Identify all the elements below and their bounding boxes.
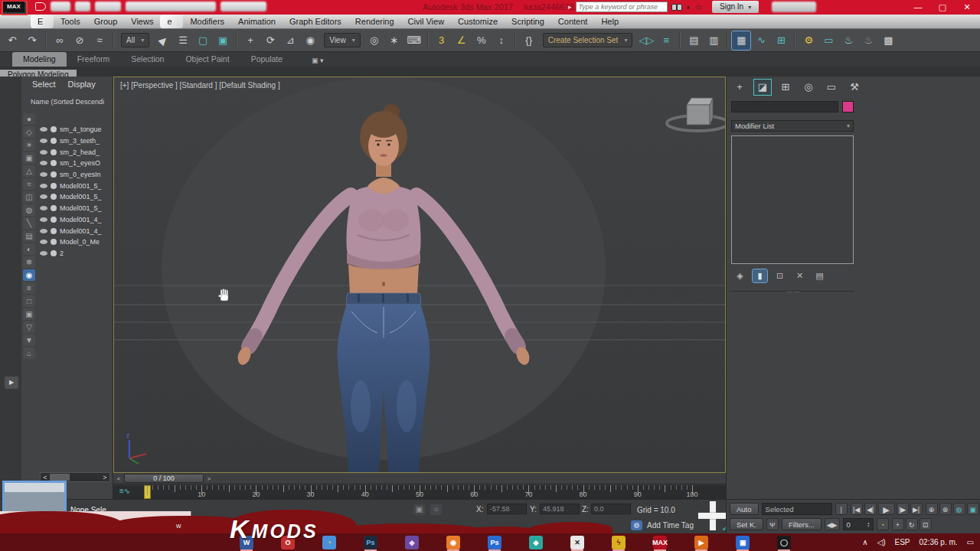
close-button[interactable]: ✕ [960, 0, 974, 14]
menu-item[interactable]: E [31, 15, 54, 28]
taskbar-app-blender[interactable]: ◉ [444, 535, 462, 550]
select-and-place-icon[interactable]: ◉ [301, 31, 319, 50]
time-slider-right-icon[interactable]: > [204, 475, 214, 482]
snaps-toggle-3d-icon[interactable]: 3 [433, 31, 451, 50]
visibility-eye-icon[interactable] [40, 217, 47, 222]
spinner-down-icon[interactable]: ▾ [867, 524, 870, 527]
quick-access-button-1[interactable] [51, 2, 70, 11]
folder-icon[interactable]: ⌂ [23, 347, 35, 359]
curve-editor-icon[interactable]: ∿ [752, 31, 770, 50]
selected-dropdown[interactable]: Selected [762, 503, 832, 515]
display-frozen-icon[interactable]: ❄ [23, 256, 35, 268]
list-item[interactable]: Model001_5_ [38, 180, 111, 191]
display-bones-icon[interactable]: ╲ [23, 217, 35, 229]
sign-in-button[interactable]: Sign In▾ [712, 1, 759, 13]
list-item[interactable]: Model001_4_ [38, 225, 111, 236]
bind-to-spacewarp-icon[interactable]: ≈ [90, 31, 109, 50]
create-selection-set-dropd own[interactable]: Create Selection Set▾ [543, 33, 633, 47]
ribbon-tab[interactable]: Populate [240, 52, 293, 67]
list-item[interactable]: Model001_5_ [38, 203, 111, 214]
filter-clear-icon[interactable]: ▽ [23, 321, 35, 333]
time-configuration-button[interactable]: ◔ [877, 518, 889, 530]
quick-access-button-3[interactable] [95, 2, 121, 11]
current-frame-field[interactable]: 0 ▴▾ [843, 518, 874, 530]
ribbon-tab[interactable]: Object Paint [175, 52, 240, 67]
ribbon-tab[interactable]: Selection [120, 52, 175, 67]
display-tab[interactable]: ▭ [823, 80, 840, 95]
selection-lock-icon[interactable]: ○ [430, 504, 442, 515]
window-crossing-icon[interactable]: ▣ [214, 31, 232, 50]
display-containers-icon[interactable]: ▤ [23, 230, 35, 242]
add-time-tag[interactable]: Add Time Tag [647, 521, 694, 530]
quick-access-button-4[interactable] [126, 2, 216, 11]
remove-modifier-icon[interactable]: ✕ [792, 269, 807, 282]
key-mode-toggle[interactable]: ◀▶ [825, 518, 840, 530]
next-frame-button[interactable]: |▶ [897, 503, 909, 515]
angle-snap-icon[interactable]: ∠ [452, 31, 471, 50]
quick-access-button-2[interactable] [75, 2, 90, 11]
isolate-selection-icon[interactable]: ▣ [413, 504, 425, 515]
y-coordinate-field[interactable] [540, 504, 580, 514]
menu-item[interactable]: Help [594, 15, 626, 28]
zoom-extents-button[interactable]: ◍ [953, 503, 965, 515]
auto-key-button[interactable]: Auto [730, 503, 759, 515]
select-object-icon[interactable]: ▶ [150, 28, 176, 54]
scroll-thumb[interactable] [50, 474, 70, 481]
orbit-button[interactable]: ↻ [906, 518, 918, 530]
time-slider-left-icon[interactable]: < [113, 475, 124, 482]
previous-frame-button[interactable]: ◀| [864, 503, 877, 515]
visibility-eye-icon[interactable] [40, 206, 47, 210]
ribbon-tab[interactable]: Freeform [67, 52, 121, 67]
key-filters-button[interactable]: Filters... [782, 518, 822, 530]
maximize-viewport-button[interactable]: ⊡ [920, 518, 932, 530]
menu-item[interactable]: Tools [54, 15, 87, 28]
visibility-eye-icon[interactable] [40, 229, 47, 233]
minimize-button[interactable]: — [911, 0, 925, 14]
communication-center-icon[interactable]: ◗ [686, 2, 691, 12]
taskbar-app-player[interactable]: ▶ [692, 535, 710, 550]
panel-grip[interactable]: —— [786, 288, 802, 295]
menu-item[interactable]: Modifiers [183, 15, 231, 28]
project-folder-icon[interactable] [35, 2, 46, 11]
visibility-eye-icon[interactable] [40, 184, 47, 188]
edit-named-selection-sets-icon[interactable]: {} [520, 31, 538, 50]
action-center-icon[interactable]: ▭ [967, 538, 974, 546]
search-binoculars-icon[interactable] [671, 4, 682, 11]
visibility-eye-icon[interactable] [40, 240, 47, 244]
visibility-eye-icon[interactable] [40, 172, 47, 177]
x-coordinate-field[interactable] [487, 504, 527, 514]
object-name-field[interactable] [731, 101, 838, 112]
list-view-icon[interactable]: ≡ [23, 282, 35, 294]
key-filters-icon[interactable]: Ψ [766, 518, 779, 530]
taskbar-app-ps-blue[interactable]: Ps [485, 535, 504, 550]
language-indicator[interactable]: ESP [895, 538, 910, 546]
taskbar-app-photos[interactable]: ▣ [733, 535, 752, 550]
menu-item[interactable]: Views [124, 15, 160, 28]
show-end-result-icon[interactable]: ▮ [753, 269, 767, 282]
object-color-swatch[interactable] [842, 101, 854, 112]
list-item[interactable]: sm_1_eyesO [38, 158, 111, 169]
scene-explorer-icon[interactable]: ▥ [704, 31, 723, 50]
timeline-ruler[interactable]: ≡∿ 102030405060708090100 [113, 485, 726, 499]
list-item[interactable]: Model_0_Me [38, 236, 111, 248]
list-item[interactable]: Model001_5_ [38, 191, 111, 203]
align-icon[interactable]: ≡ [657, 31, 675, 50]
display-lights-icon[interactable]: ☀ [23, 139, 35, 151]
render-online-icon[interactable]: ▩ [879, 31, 897, 50]
keyboard-shortcut-override-icon[interactable]: ⌨ [405, 31, 423, 50]
taskbar-app-3dsmax[interactable]: MAX [651, 535, 669, 550]
mini-curve-editor-icon[interactable]: ≡∿ [119, 487, 130, 495]
display-helpers-icon[interactable]: △ [23, 165, 35, 177]
reference-coordinate-dropdown[interactable]: View▾ [324, 33, 361, 47]
go-to-end-button[interactable]: ▶| [910, 503, 923, 515]
select-and-move-icon[interactable]: + [241, 31, 260, 50]
thumbnail-view-icon[interactable]: □ [23, 295, 35, 307]
menu-item[interactable]: Animation [231, 15, 283, 28]
menu-item[interactable]: Group [87, 15, 125, 28]
zoom-extents-all-button[interactable]: ▣ [967, 503, 979, 515]
taskbar-app-purple[interactable]: ◆ [403, 535, 421, 550]
menu-item[interactable]: Rendering [348, 15, 401, 28]
display-cameras-icon[interactable]: ▣ [23, 152, 35, 164]
explorer-select-tool-icon[interactable]: ● [23, 113, 35, 125]
perspective-viewport[interactable]: [+] [Perspective ] [Standard ] [Default … [113, 77, 726, 473]
